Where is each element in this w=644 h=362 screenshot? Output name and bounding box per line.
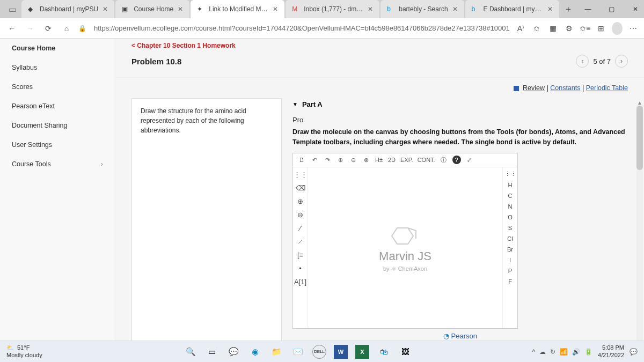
close-icon[interactable]: ✕ bbox=[103, 5, 108, 13]
notifications-icon[interactable]: 💬 bbox=[630, 348, 638, 356]
tab-course-home[interactable]: ▣Course Home✕ bbox=[115, 0, 189, 18]
close-button[interactable]: ✕ bbox=[624, 0, 644, 18]
start-button[interactable] bbox=[162, 345, 176, 359]
star-icon[interactable]: ✩ bbox=[531, 24, 542, 33]
photos-icon[interactable]: 🖼 bbox=[398, 345, 412, 359]
tab-bartleby[interactable]: bbartebly - Search✕ bbox=[380, 0, 464, 18]
more-icon[interactable]: ⋯ bbox=[628, 24, 639, 33]
settings-icon[interactable]: ⚙ bbox=[564, 24, 574, 33]
store-icon[interactable]: 🛍 bbox=[377, 345, 391, 359]
taskbar-clock[interactable]: 5:08 PM 4/21/2022 bbox=[598, 344, 624, 358]
review-link[interactable]: Review bbox=[523, 84, 545, 92]
maximize-button[interactable]: ▢ bbox=[600, 0, 624, 18]
chevron-up-icon[interactable]: ^ bbox=[532, 348, 535, 356]
part-a-header[interactable]: ▼Part A bbox=[292, 98, 628, 116]
chat-icon[interactable]: 💬 bbox=[226, 345, 240, 359]
hydrogen-icon[interactable]: H± bbox=[375, 157, 383, 163]
prev-problem-button[interactable]: ‹ bbox=[576, 55, 589, 68]
explorer-icon[interactable]: 📁 bbox=[269, 345, 283, 359]
wifi-icon[interactable]: 📶 bbox=[560, 348, 568, 356]
sidebar-item-course-home[interactable]: Course Home bbox=[0, 39, 115, 58]
tab-mastering[interactable]: ✦Link to Modified Mastering✕ bbox=[191, 0, 284, 18]
close-icon[interactable]: ✕ bbox=[547, 5, 553, 13]
sidebar-item-course-tools[interactable]: Course Tools bbox=[0, 154, 115, 174]
cont-icon[interactable]: CONT. bbox=[418, 157, 435, 163]
read-aloud-icon[interactable]: A⁾ bbox=[515, 24, 526, 33]
single-bond-icon[interactable]: ∕ bbox=[299, 224, 301, 232]
volume-icon[interactable]: 🔊 bbox=[572, 348, 580, 356]
scroll-thumb[interactable] bbox=[636, 106, 643, 170]
atom-p[interactable]: P bbox=[508, 268, 512, 274]
back-button[interactable]: ← bbox=[5, 22, 18, 35]
close-icon[interactable]: ✕ bbox=[452, 5, 458, 13]
close-icon[interactable]: ✕ bbox=[273, 5, 278, 13]
mail-icon[interactable]: ✉️ bbox=[291, 345, 305, 359]
plus-charge-icon[interactable]: ⊕ bbox=[297, 197, 303, 205]
exp-icon[interactable]: EXP. bbox=[400, 157, 413, 163]
excel-icon[interactable]: X bbox=[355, 345, 369, 359]
onedrive-icon[interactable]: ☁ bbox=[539, 348, 546, 356]
sidebar-item-etext[interactable]: Pearson eText bbox=[0, 97, 115, 116]
home-button[interactable]: ⌂ bbox=[60, 22, 73, 35]
new-doc-icon[interactable]: 🗋 bbox=[297, 157, 306, 163]
search-icon[interactable]: 🔍 bbox=[184, 345, 197, 359]
battery-icon[interactable]: 🔋 bbox=[584, 348, 592, 356]
atom-br[interactable]: Br bbox=[507, 246, 513, 253]
drag-handle-icon[interactable]: ⋮⋮ bbox=[504, 171, 516, 178]
atom-cl[interactable]: Cl bbox=[507, 235, 513, 242]
forward-button[interactable]: → bbox=[24, 22, 36, 35]
eraser-icon[interactable]: ⌫ bbox=[296, 184, 305, 192]
chain-icon[interactable]: [≡ bbox=[297, 251, 303, 259]
tab-edashboard[interactable]: bE Dashboard | myPSU e Lin✕ bbox=[465, 0, 559, 18]
constants-link[interactable]: Constants bbox=[550, 84, 580, 92]
favorites-icon[interactable]: ✩≡ bbox=[580, 24, 590, 33]
breadcrumb[interactable]: < Chapter 10 Section 1 Homework bbox=[115, 39, 644, 50]
sidebar-item-syllabus[interactable]: Syllabus bbox=[0, 58, 115, 77]
undo-icon[interactable]: ↶ bbox=[310, 157, 319, 164]
collections-icon[interactable]: ⊞ bbox=[596, 24, 606, 33]
tab-inbox[interactable]: MInbox (1,777) - dmatias2@✕ bbox=[286, 0, 379, 18]
vertical-scrollbar[interactable]: ▲ ▼ bbox=[635, 100, 644, 341]
refresh-button[interactable]: ⟳ bbox=[42, 22, 55, 35]
lock-icon[interactable]: 🔒 bbox=[78, 25, 86, 32]
extension-icon[interactable]: ▦ bbox=[547, 24, 558, 33]
word-icon[interactable]: W bbox=[334, 345, 348, 359]
weather-widget[interactable]: ⛅51°F Mostly cloudy bbox=[6, 344, 42, 358]
minus-charge-icon[interactable]: ⊖ bbox=[297, 211, 303, 219]
help-icon[interactable]: ? bbox=[452, 156, 461, 164]
taskview-icon[interactable]: ▭ bbox=[205, 345, 219, 359]
close-icon[interactable]: ✕ bbox=[178, 5, 183, 13]
new-tab-button[interactable]: ＋ bbox=[560, 0, 576, 18]
fullscreen-icon[interactable]: ⤢ bbox=[465, 157, 474, 164]
drawing-canvas[interactable]: Marvin JS by ⚛ ChemAxon bbox=[308, 167, 502, 328]
atom-n[interactable]: N bbox=[508, 203, 513, 210]
drag-handle-icon[interactable]: ⋮⋮ bbox=[294, 171, 308, 179]
2d-icon[interactable]: 2D bbox=[387, 157, 396, 163]
info-icon[interactable]: ⓘ bbox=[440, 156, 448, 164]
edge-icon[interactable]: ◉ bbox=[248, 345, 262, 359]
atom-i[interactable]: I bbox=[509, 257, 511, 263]
sidebar-item-scores[interactable]: Scores bbox=[0, 77, 115, 97]
wedge-bond-icon[interactable]: ⟋ bbox=[297, 238, 304, 246]
minimize-button[interactable]: — bbox=[576, 0, 600, 18]
zoom-fit-icon[interactable]: ⊗ bbox=[362, 157, 370, 164]
atom-c[interactable]: C bbox=[508, 193, 513, 199]
zoom-in-icon[interactable]: ⊕ bbox=[336, 157, 345, 164]
tab-dashboard[interactable]: ◆Dashboard | myPSU✕ bbox=[21, 0, 114, 18]
zoom-out-icon[interactable]: ⊖ bbox=[349, 157, 357, 164]
periodic-table-link[interactable]: Periodic Table bbox=[586, 84, 628, 92]
atom-h[interactable]: H bbox=[508, 182, 513, 188]
sidebar-item-user-settings[interactable]: User Settings bbox=[0, 135, 115, 154]
redo-icon[interactable]: ↷ bbox=[323, 157, 332, 164]
sidebar-item-doc-sharing[interactable]: Document Sharing bbox=[0, 116, 115, 135]
atom-f[interactable]: F bbox=[508, 278, 512, 285]
dell-icon[interactable]: DELL bbox=[312, 345, 326, 359]
next-problem-button[interactable]: › bbox=[615, 55, 628, 68]
sync-icon[interactable]: ↻ bbox=[550, 348, 555, 356]
radical-icon[interactable]: • bbox=[299, 264, 302, 272]
atom-o[interactable]: O bbox=[508, 214, 513, 220]
scroll-up-icon[interactable]: ▲ bbox=[637, 100, 642, 106]
atom-s[interactable]: S bbox=[508, 225, 512, 231]
url-field[interactable]: https://openvellum.ecollege.com/course.h… bbox=[94, 24, 510, 32]
tab-actions-icon[interactable]: ▭ bbox=[3, 0, 21, 18]
